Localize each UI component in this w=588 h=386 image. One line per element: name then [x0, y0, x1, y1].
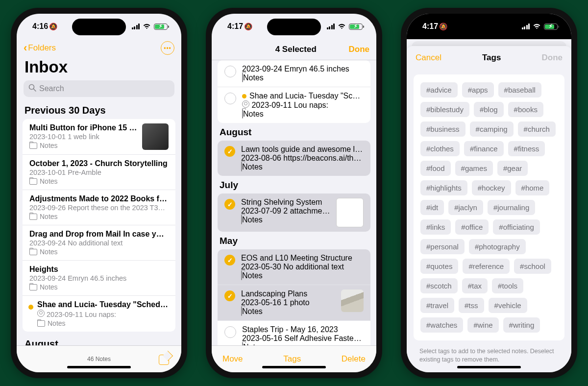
checkbox-empty-icon[interactable]	[224, 66, 236, 77]
status-time: 4:17🔕	[227, 22, 252, 31]
checkbox-empty-icon[interactable]	[224, 93, 236, 104]
checkbox-checked-icon[interactable]: ✓	[224, 290, 235, 301]
tag-chip[interactable]: #tax	[462, 278, 488, 293]
note-row[interactable]: Shae and Lucia- Tuesday "Schedule" 2023-…	[23, 296, 175, 332]
tag-chip[interactable]: #writing	[503, 317, 540, 333]
tag-chip[interactable]: #photography	[469, 239, 526, 254]
home-indicator[interactable]	[67, 366, 131, 368]
move-button[interactable]: Move	[222, 354, 243, 364]
battery-icon: ⚡︎	[349, 24, 363, 30]
tag-chip[interactable]: #fitness	[508, 141, 545, 156]
status-time: 4:16🔕	[32, 22, 57, 31]
battery-icon: ⚡︎	[154, 24, 168, 30]
content[interactable]: Previous 30 Days Multi Button for iPhone…	[17, 102, 181, 345]
tag-chip[interactable]: #school	[514, 259, 551, 274]
tag-chip[interactable]: #advice	[420, 82, 458, 97]
screen: 4:17🔕 ⚡︎ Cancel Tags Done #advice#apps#b…	[407, 14, 571, 372]
tags-container: #advice#apps#baseball#biblestudy#blog#bo…	[414, 74, 564, 340]
tag-chip[interactable]: #office	[455, 219, 489, 235]
tag-chip[interactable]: #food	[420, 161, 451, 176]
tag-chip[interactable]: #baseball	[498, 82, 541, 97]
note-row[interactable]: ✓Lawn tools guide and awesome li…2023-08…	[218, 141, 370, 176]
tag-chip[interactable]: #reference	[463, 259, 510, 274]
tag-chip[interactable]: #home	[515, 180, 550, 195]
note-title: Adjustments Made to 2022 Books for…	[29, 194, 169, 203]
done-button[interactable]: Done	[348, 45, 369, 54]
back-button[interactable]: ‹Folders	[24, 42, 56, 54]
checkbox-checked-icon[interactable]: ✓	[224, 146, 235, 157]
tag-chip[interactable]: #watches	[420, 317, 463, 333]
tag-chip[interactable]: #blog	[474, 102, 504, 117]
section-header: August	[17, 336, 181, 345]
compose-button[interactable]	[159, 353, 171, 365]
cellular-icon	[132, 24, 140, 29]
note-row[interactable]: Adjustments Made to 2022 Books for…2023-…	[23, 190, 175, 225]
tag-chip[interactable]: #wine	[467, 317, 498, 333]
delete-button[interactable]: Delete	[342, 354, 366, 364]
tag-chip[interactable]: #hockey	[472, 180, 511, 195]
tag-chip[interactable]: #apps	[462, 82, 494, 97]
checkbox-empty-icon[interactable]	[224, 326, 236, 338]
tag-chip[interactable]: #personal	[420, 239, 465, 254]
tag-chip[interactable]: #officiating	[493, 219, 539, 235]
note-row[interactable]: Staples Trip - May 16, 20232023-05-16 Se…	[218, 321, 370, 345]
note-subtitle: 2023-05-16 Self Adhesive Fasteners	[242, 334, 364, 343]
note-subtitle: 2023-10-01 1 web link	[29, 133, 137, 141]
tag-chip[interactable]: #travel	[420, 298, 454, 313]
tag-chip[interactable]: #tss	[459, 298, 484, 313]
checkbox-checked-icon[interactable]: ✓	[224, 255, 235, 265]
cancel-button[interactable]: Cancel	[416, 53, 441, 63]
content[interactable]: 2023-09-24 Emryn 46.5 inchesNotesShae an…	[212, 60, 376, 345]
tag-chip[interactable]: #games	[455, 161, 493, 176]
dynamic-island	[462, 19, 516, 35]
wifi-icon	[338, 23, 346, 31]
search-input[interactable]: Search	[24, 80, 174, 97]
tag-chip[interactable]: #finance	[464, 141, 504, 156]
note-subtitle: 2023-09-24 No additional text	[29, 239, 169, 247]
checkbox-checked-icon[interactable]: ✓	[224, 199, 235, 210]
folder-icon	[29, 214, 37, 220]
note-row[interactable]: Shae and Lucia- Tuesday "Sched… 2023-09-…	[218, 87, 370, 123]
note-thumbnail	[341, 290, 364, 312]
tag-chip[interactable]: #books	[508, 102, 543, 117]
tag-chip[interactable]: #business	[420, 121, 466, 137]
tag-chip[interactable]: #camping	[470, 121, 514, 137]
note-folder: Notes	[29, 213, 169, 220]
tag-chip[interactable]: #highlights	[420, 180, 467, 195]
tag-chip[interactable]: #idt	[420, 200, 444, 215]
home-indicator[interactable]	[262, 366, 326, 368]
tag-chip[interactable]: #church	[518, 121, 556, 137]
note-row[interactable]: ✓EOS and L10 Meeting Structure2023-05-30…	[218, 249, 370, 285]
screen: 4:17🔕 ⚡︎ 4 Selected Done 2023-09-24 Emry…	[212, 14, 376, 372]
tag-chip[interactable]: #journaling	[488, 200, 535, 215]
note-title: Landscaping Plans	[241, 290, 335, 298]
note-row[interactable]: ✓String Shelving System2023-07-09 2 atta…	[218, 193, 370, 232]
note-folder: Notes	[29, 283, 169, 291]
tag-chip[interactable]: #clothes	[420, 141, 460, 156]
tag-chip[interactable]: #scotch	[420, 278, 458, 293]
note-folder: Notes	[242, 110, 364, 119]
notes-group: ✓String Shelving System2023-07-09 2 atta…	[218, 193, 370, 232]
note-folder: Notes	[29, 177, 169, 185]
tags-button[interactable]: Tags	[283, 354, 301, 364]
folder-icon	[242, 73, 243, 82]
tag-chip[interactable]: #quotes	[420, 259, 458, 274]
note-row[interactable]: Heights2023-09-24 Emryn 46.5 inchesNotes	[23, 261, 175, 296]
note-row[interactable]: Drag and Drop from Mail In case you…2023…	[23, 225, 175, 261]
tag-chip[interactable]: #biblestudy	[420, 102, 469, 117]
home-indicator[interactable]	[457, 366, 521, 368]
tag-chip[interactable]: #links	[420, 219, 451, 235]
note-row[interactable]: ✓Landscaping Plans2023-05-16 1 photoNote…	[218, 285, 370, 321]
note-row[interactable]: October 1, 2023 - Church Storytelling202…	[23, 155, 175, 190]
status-time: 4:17🔕	[422, 22, 447, 31]
tag-chip[interactable]: #gear	[497, 161, 528, 176]
tag-chip[interactable]: #jaclyn	[448, 200, 483, 215]
cellular-icon	[327, 24, 335, 29]
more-button[interactable]: •••	[161, 41, 174, 55]
note-row[interactable]: 2023-09-24 Emryn 46.5 inchesNotes	[218, 60, 370, 87]
tag-chip[interactable]: #tools	[492, 278, 523, 293]
shared-icon	[242, 100, 249, 108]
tag-chip[interactable]: #vehicle	[489, 298, 527, 313]
note-title: October 1, 2023 - Church Storytelling	[29, 159, 169, 168]
note-row[interactable]: Multi Button for iPhone 15 Pro2023-10-01…	[23, 119, 175, 155]
